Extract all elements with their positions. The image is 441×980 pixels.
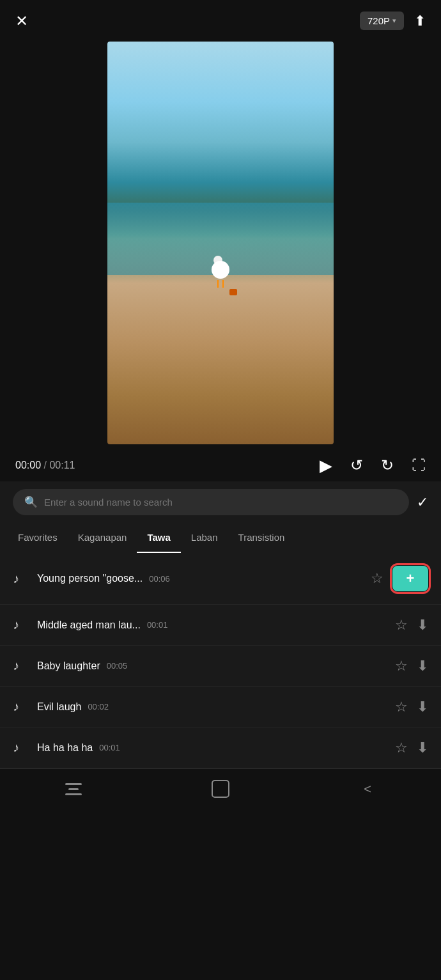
sound-list: ♪ Young person "goose... 00:06 ☆ + ♪ Mid… xyxy=(0,553,441,768)
sound-actions: ☆ ⬇ xyxy=(395,741,428,755)
tab-favorites[interactable]: Favorites xyxy=(8,523,68,553)
bar-line-1 xyxy=(65,783,82,785)
confirm-button[interactable]: ✓ xyxy=(417,494,428,511)
bird-leg-right xyxy=(222,280,224,288)
total-time: 00:11 xyxy=(49,460,75,471)
quality-label: 720P xyxy=(368,15,390,26)
download-button[interactable]: ⬇ xyxy=(417,700,428,714)
current-time: 00:00 xyxy=(15,460,41,471)
bottom-nav: < xyxy=(0,768,441,814)
favorite-button[interactable]: ☆ xyxy=(371,572,383,586)
sound-name: Baby laughter xyxy=(37,660,100,672)
favorite-button[interactable]: ☆ xyxy=(395,618,408,632)
bar-line-3 xyxy=(65,793,82,795)
close-button[interactable]: ✕ xyxy=(15,13,28,29)
category-tabs: Favorites Kaganapan Tawa Laban Transisti… xyxy=(0,523,441,553)
tab-tawa[interactable]: Tawa xyxy=(137,523,180,553)
list-item: ♪ Ha ha ha ha 00:01 ☆ ⬇ xyxy=(0,727,441,768)
sound-duration: 00:05 xyxy=(107,661,128,671)
bird-figure xyxy=(209,261,232,292)
add-sound-button[interactable]: + xyxy=(392,566,428,591)
sound-actions: ☆ ⬇ xyxy=(395,659,428,673)
bird-legs xyxy=(209,280,232,288)
sound-name: Young person "goose... xyxy=(37,573,143,584)
sound-actions: ☆ ⬇ xyxy=(395,618,428,632)
sound-name: Evil laugh xyxy=(37,701,81,713)
bird-leg-left xyxy=(217,280,219,288)
top-right-controls: 720P ▾ ⬆ xyxy=(360,12,426,30)
scene-overlay xyxy=(107,42,334,444)
favorite-button[interactable]: ☆ xyxy=(395,741,408,755)
video-container xyxy=(0,36,441,449)
tab-laban[interactable]: Laban xyxy=(181,523,228,553)
sound-duration: 00:01 xyxy=(147,620,168,630)
forward-button[interactable]: ↻ xyxy=(381,458,394,473)
rewind-button[interactable]: ↺ xyxy=(350,458,363,473)
tab-kaganapan[interactable]: Kaganapan xyxy=(68,523,137,553)
list-item: ♪ Evil laugh 00:02 ☆ ⬇ xyxy=(0,687,441,727)
sound-info: Ha ha ha ha 00:01 xyxy=(37,742,386,754)
sound-info: Evil laugh 00:02 xyxy=(37,701,386,713)
controls-bar: 00:00 / 00:11 ▶ ↺ ↻ ⛶ xyxy=(0,449,441,481)
music-icon: ♪ xyxy=(13,572,28,586)
sound-duration: 00:01 xyxy=(99,743,120,752)
home-icon xyxy=(212,780,229,798)
fullscreen-button[interactable]: ⛶ xyxy=(412,458,426,472)
nav-menu-button[interactable] xyxy=(61,779,86,798)
plus-icon: + xyxy=(406,570,415,587)
music-icon: ♪ xyxy=(13,618,28,632)
menu-bars-icon xyxy=(65,783,82,795)
nav-back-button[interactable]: < xyxy=(355,779,380,798)
favorite-button[interactable]: ☆ xyxy=(395,659,408,673)
sound-info: Young person "goose... 00:06 xyxy=(37,573,362,584)
play-button[interactable]: ▶ xyxy=(320,457,332,474)
music-icon: ♪ xyxy=(13,658,28,673)
tab-transition[interactable]: Transistion xyxy=(228,523,295,553)
search-icon: 🔍 xyxy=(24,495,38,509)
upload-button[interactable]: ⬆ xyxy=(414,13,426,29)
download-button[interactable]: ⬇ xyxy=(417,618,428,632)
list-item: ♪ Middle aged man lau... 00:01 ☆ ⬇ xyxy=(0,605,441,646)
download-button[interactable]: ⬇ xyxy=(417,741,428,755)
search-input[interactable] xyxy=(44,497,398,508)
sound-duration: 00:02 xyxy=(88,702,109,712)
list-item: ♪ Young person "goose... 00:06 ☆ + xyxy=(0,553,441,605)
list-item: ♪ Baby laughter 00:05 ☆ ⬇ xyxy=(0,646,441,687)
playback-controls: ▶ ↺ ↻ ⛶ xyxy=(320,457,426,474)
bar-line-2 xyxy=(68,788,79,790)
search-box: 🔍 xyxy=(13,489,409,515)
music-icon: ♪ xyxy=(13,699,28,714)
quality-selector[interactable]: 720P ▾ xyxy=(360,12,404,30)
time-separator: / xyxy=(41,460,49,471)
video-preview[interactable] xyxy=(107,42,334,444)
bird-body xyxy=(212,261,229,279)
sound-name: Middle aged man lau... xyxy=(37,619,141,631)
download-button[interactable]: ⬇ xyxy=(417,659,428,673)
sound-actions: ☆ ⬇ xyxy=(395,700,428,714)
time-display: 00:00 / 00:11 xyxy=(15,460,75,471)
nav-home-button[interactable] xyxy=(208,779,233,798)
chevron-down-icon: ▾ xyxy=(392,17,396,25)
small-object xyxy=(229,289,237,295)
search-area: 🔍 ✓ xyxy=(0,481,441,523)
music-icon: ♪ xyxy=(13,740,28,755)
sound-actions: ☆ + xyxy=(371,566,428,591)
sound-info: Middle aged man lau... 00:01 xyxy=(37,619,386,631)
sound-info: Baby laughter 00:05 xyxy=(37,660,386,672)
favorite-button[interactable]: ☆ xyxy=(395,700,408,714)
top-bar: ✕ 720P ▾ ⬆ xyxy=(0,0,441,36)
sound-name: Ha ha ha ha xyxy=(37,742,93,754)
sound-duration: 00:06 xyxy=(149,574,170,584)
